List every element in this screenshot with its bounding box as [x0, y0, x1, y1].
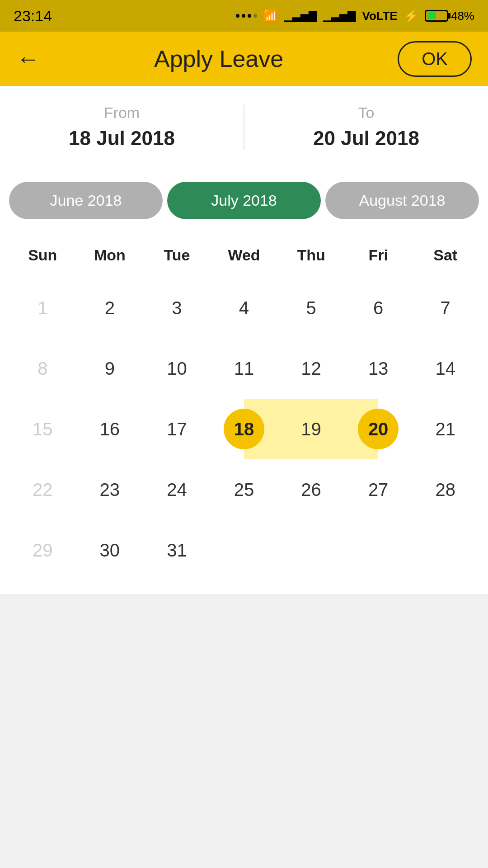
next-month-button[interactable]: August 2018 — [325, 182, 479, 219]
calendar-day-cell[interactable]: 26 — [277, 459, 345, 520]
calendar-day-header: Mon — [76, 237, 144, 278]
calendar-day-cell[interactable]: 5 — [277, 278, 345, 338]
from-label: From — [9, 104, 235, 122]
date-range-bar: From 18 Jul 2018 To 20 Jul 2018 — [0, 86, 488, 168]
calendar-day-cell[interactable]: 10 — [143, 338, 211, 399]
calendar-day-header: Thu — [277, 237, 345, 278]
status-bar: 23:14 📶 ▁▃▅▇ ▁▃▅▇ VoLTE ⚡ 48% — [0, 0, 488, 32]
current-month-button[interactable]: July 2018 — [167, 182, 321, 219]
volte-label: VoLTE — [362, 9, 397, 23]
battery-fill — [427, 12, 436, 19]
calendar-day-cell[interactable]: 21 — [412, 399, 479, 459]
calendar-day-cell[interactable]: 11 — [211, 338, 278, 399]
calendar-day-cell — [211, 520, 278, 580]
app-bar: ← Apply Leave OK — [0, 32, 488, 86]
signal-bars-icon: ▁▃▅▇ — [284, 9, 317, 22]
calendar-day-header: Sat — [412, 237, 479, 278]
calendar-day-header: Wed — [211, 237, 278, 278]
battery-icon — [425, 10, 448, 22]
calendar-day-cell[interactable]: 25 — [211, 459, 278, 520]
calendar-day-cell[interactable]: 3 — [143, 278, 211, 338]
prev-month-button[interactable]: June 2018 — [9, 182, 163, 219]
calendar-day-cell[interactable]: 24 — [143, 459, 211, 520]
to-label: To — [253, 104, 479, 122]
calendar-day-cell[interactable]: 30 — [76, 520, 144, 580]
calendar-day-cell[interactable]: 27 — [345, 459, 412, 520]
calendar-day-cell[interactable]: 16 — [76, 399, 144, 459]
month-selector: June 2018 July 2018 August 2018 — [0, 168, 488, 233]
calendar-day-cell[interactable]: 6 — [345, 278, 412, 338]
battery-percent: 48% — [451, 9, 474, 23]
calendar-day-header: Sun — [9, 237, 76, 278]
ok-button[interactable]: OK — [398, 41, 472, 77]
calendar-grid: SunMonTueWedThuFriSat1234567891011121314… — [9, 237, 479, 580]
calendar-day-cell — [277, 520, 345, 580]
calendar-day-cell[interactable]: 23 — [76, 459, 144, 520]
calendar-day-cell[interactable]: 15 — [9, 399, 76, 459]
back-button[interactable]: ← — [16, 45, 40, 72]
calendar-day-header: Fri — [345, 237, 412, 278]
calendar-day-cell[interactable]: 9 — [76, 338, 144, 399]
calendar-day-cell[interactable]: 4 — [211, 278, 278, 338]
calendar-day-cell[interactable]: 29 — [9, 520, 76, 580]
calendar-day-cell[interactable]: 22 — [9, 459, 76, 520]
calendar-day-cell[interactable]: 20 — [345, 399, 412, 459]
signal-dots-icon — [236, 14, 257, 18]
calendar-day-cell[interactable]: 2 — [76, 278, 144, 338]
to-date[interactable]: To 20 Jul 2018 — [244, 86, 488, 168]
calendar-day-cell[interactable]: 28 — [412, 459, 479, 520]
wifi-icon: 📶 — [263, 9, 278, 23]
status-time: 23:14 — [14, 7, 52, 25]
calendar-day-cell[interactable]: 7 — [412, 278, 479, 338]
calendar-day-cell[interactable]: 31 — [143, 520, 211, 580]
to-value: 20 Jul 2018 — [253, 127, 479, 150]
calendar-day-cell — [345, 520, 412, 580]
calendar-day-cell[interactable]: 18 — [211, 399, 278, 459]
calendar-day-cell[interactable]: 13 — [345, 338, 412, 399]
page-title: Apply Leave — [154, 45, 283, 72]
calendar-day-header: Tue — [143, 237, 211, 278]
calendar: SunMonTueWedThuFriSat1234567891011121314… — [0, 233, 488, 594]
calendar-day-cell[interactable]: 19 — [277, 399, 345, 459]
battery-block: 48% — [425, 9, 474, 23]
calendar-day-cell[interactable]: 8 — [9, 338, 76, 399]
from-date[interactable]: From 18 Jul 2018 — [0, 86, 244, 168]
calendar-day-cell — [412, 520, 479, 580]
from-value: 18 Jul 2018 — [9, 127, 235, 150]
calendar-day-cell[interactable]: 17 — [143, 399, 211, 459]
status-icons: 📶 ▁▃▅▇ ▁▃▅▇ VoLTE ⚡ 48% — [236, 9, 474, 23]
calendar-day-cell[interactable]: 12 — [277, 338, 345, 399]
bolt-icon: ⚡ — [404, 9, 418, 23]
bottom-area — [0, 594, 488, 865]
signal-bars2-icon: ▁▃▅▇ — [323, 9, 356, 22]
calendar-day-cell[interactable]: 1 — [9, 278, 76, 338]
calendar-day-cell[interactable]: 14 — [412, 338, 479, 399]
